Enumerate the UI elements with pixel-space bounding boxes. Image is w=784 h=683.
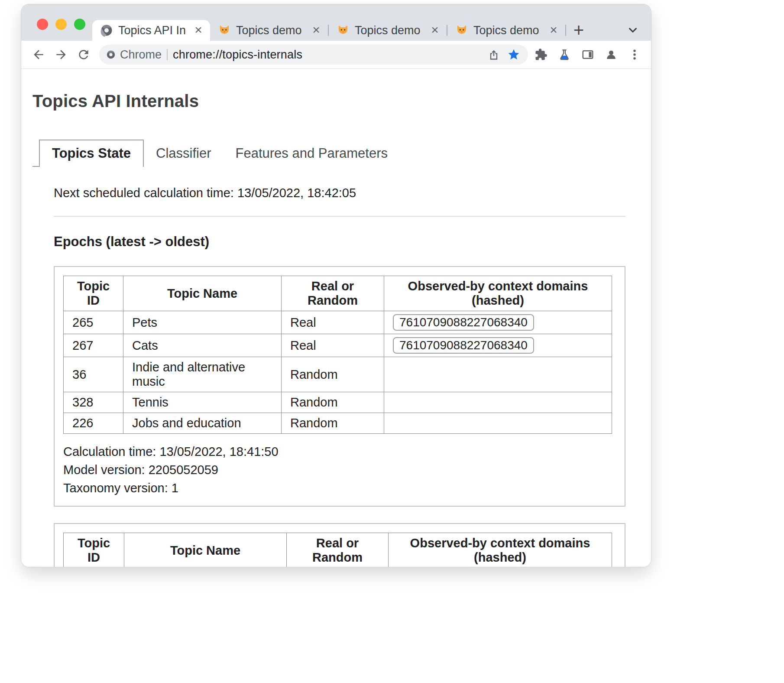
hashed-domain-chip: 7610709088227068340 — [393, 337, 534, 354]
bookmark-star-icon[interactable] — [504, 45, 524, 64]
labs-flask-icon[interactable] — [554, 44, 575, 65]
page-title: Topics API Internals — [32, 91, 640, 111]
browser-tab-topics-demo-3[interactable]: Topics demo × — [447, 20, 565, 41]
table-header-row: Topic ID Topic Name Real or Random Obser… — [64, 533, 612, 567]
address-url: chrome://topics-internals — [173, 48, 302, 62]
epoch-table-2: Topic ID Topic Name Real or Random Obser… — [63, 533, 612, 567]
topic-id-cell: 328 — [64, 392, 123, 413]
page-tabs: Topics State Classifier Features and Par… — [39, 140, 640, 167]
tab-title: Topics demo — [236, 24, 304, 37]
address-separator — [167, 49, 168, 60]
cat-icon — [337, 24, 350, 37]
column-header-observed-domains: Observed-by context domains (hashed) — [389, 533, 612, 567]
next-scheduled-text: Next scheduled calculation time: 13/05/2… — [54, 186, 625, 200]
topic-id-cell: 36 — [64, 357, 123, 392]
observed-domains-cell: 7610709088227068340 — [384, 334, 612, 357]
topics-state-panel: Next scheduled calculation time: 13/05/2… — [54, 186, 625, 567]
column-header-topic-id: Topic ID — [64, 533, 124, 567]
browser-tabs: Topics API Internals × Topics demo × — [92, 20, 591, 41]
page-content: Topics API Internals Topics State Classi… — [21, 69, 651, 567]
real-or-random-cell: Random — [282, 357, 384, 392]
tab-strip: Topics API Internals × Topics demo × — [21, 4, 651, 41]
reload-button[interactable] — [72, 43, 95, 66]
epoch-panel-1: Topic ID Topic Name Real or Random Obser… — [54, 266, 625, 507]
tab-title: Topics API Internals — [118, 24, 186, 37]
real-or-random-cell: Random — [282, 392, 384, 413]
epoch-panel-2: Topic ID Topic Name Real or Random Obser… — [54, 523, 625, 567]
real-or-random-cell: Random — [282, 413, 384, 434]
tab-title: Topics demo — [355, 24, 422, 37]
browser-toolbar: Chrome chrome://topics-internals — [21, 41, 651, 69]
taxonomy-version-text: Taxonomy version: 1 — [63, 479, 616, 497]
browser-tab-topics-demo-1[interactable]: Topics demo × — [210, 20, 328, 41]
epoch-table-1: Topic ID Topic Name Real or Random Obser… — [63, 276, 612, 434]
new-tab-button[interactable]: + — [566, 20, 591, 41]
extensions-puzzle-icon[interactable] — [531, 44, 551, 65]
divider — [54, 216, 625, 217]
epochs-heading: Epochs (latest -> oldest) — [54, 234, 625, 250]
tab-features-and-parameters[interactable]: Features and Parameters — [224, 140, 400, 167]
menu-dots-icon[interactable] — [624, 44, 645, 65]
tab-topics-state[interactable]: Topics State — [39, 140, 144, 167]
column-header-observed-domains: Observed-by context domains (hashed) — [384, 276, 612, 311]
real-or-random-cell: Real — [282, 311, 384, 334]
topic-id-cell: 226 — [64, 413, 123, 434]
table-row: 226 Jobs and education Random — [64, 413, 612, 434]
close-tab-icon[interactable]: × — [309, 23, 324, 38]
topic-name-cell: Cats — [123, 334, 282, 357]
observed-domains-cell — [384, 392, 612, 413]
topic-name-cell: Indie and alternative music — [123, 357, 282, 392]
epoch-metadata: Calculation time: 13/05/2022, 18:41:50 M… — [63, 442, 616, 497]
topic-name-cell: Jobs and education — [123, 413, 282, 434]
tab-classifier[interactable]: Classifier — [144, 140, 223, 167]
observed-domains-cell — [384, 413, 612, 434]
topic-name-cell: Pets — [123, 311, 282, 334]
tab-title: Topics demo — [473, 24, 541, 37]
close-tab-icon[interactable]: × — [191, 23, 206, 38]
browser-window: Topics API Internals × Topics demo × — [21, 4, 651, 567]
column-header-real-or-random: Real or Random — [282, 276, 384, 311]
column-header-topic-name: Topic Name — [124, 533, 287, 567]
observed-domains-cell: 7610709088227068340 — [384, 311, 612, 334]
browser-tab-topics-internals[interactable]: Topics API Internals × — [92, 20, 210, 41]
tab-list-chevron-down-icon[interactable] — [626, 23, 640, 37]
chrome-icon — [106, 50, 116, 59]
address-site-label: Chrome — [120, 48, 162, 62]
profile-avatar-icon[interactable] — [601, 44, 622, 65]
table-row: 36 Indie and alternative music Random — [64, 357, 612, 392]
close-tab-icon[interactable]: × — [546, 23, 561, 38]
cat-icon — [455, 24, 468, 37]
back-button[interactable] — [27, 43, 50, 66]
topic-id-cell: 267 — [64, 334, 123, 357]
zoom-window-button[interactable] — [74, 19, 85, 30]
forward-button[interactable] — [50, 43, 72, 66]
observed-domains-cell — [384, 357, 612, 392]
table-row: 265 Pets Real 7610709088227068340 — [64, 311, 612, 334]
close-tab-icon[interactable]: × — [428, 23, 442, 38]
column-header-topic-id: Topic ID — [64, 276, 123, 311]
close-window-button[interactable] — [37, 19, 48, 30]
side-panel-icon[interactable] — [577, 44, 598, 65]
browser-tab-topics-demo-2[interactable]: Topics demo × — [329, 20, 447, 41]
column-header-real-or-random: Real or Random — [287, 533, 389, 567]
share-icon[interactable] — [484, 45, 504, 64]
calculation-time-text: Calculation time: 13/05/2022, 18:41:50 — [63, 442, 616, 461]
column-header-topic-name: Topic Name — [123, 276, 282, 311]
table-header-row: Topic ID Topic Name Real or Random Obser… — [64, 276, 612, 311]
address-bar[interactable]: Chrome chrome://topics-internals — [99, 45, 528, 65]
hashed-domain-chip: 7610709088227068340 — [393, 314, 534, 331]
table-row: 328 Tennis Random — [64, 392, 612, 413]
minimize-window-button[interactable] — [55, 19, 67, 30]
model-version-text: Model version: 2205052059 — [63, 461, 616, 479]
real-or-random-cell: Real — [282, 334, 384, 357]
chrome-icon — [100, 24, 113, 37]
cat-icon — [218, 24, 231, 37]
topic-name-cell: Tennis — [123, 392, 282, 413]
topic-id-cell: 265 — [64, 311, 123, 334]
window-controls — [37, 19, 85, 30]
table-row: 267 Cats Real 7610709088227068340 — [64, 334, 612, 357]
